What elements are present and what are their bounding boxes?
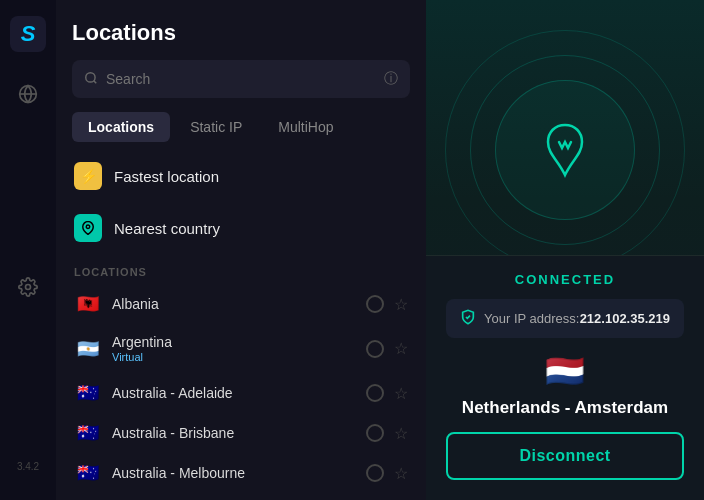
circle-background [445,30,685,270]
flag-albania: 🇦🇱 [74,294,102,314]
au-melbourne-star[interactable]: ☆ [394,464,408,483]
nearest-country-item[interactable]: Nearest country [64,204,418,252]
search-icon [84,71,98,88]
settings-icon[interactable] [10,269,46,305]
ip-label: Your IP address: [484,311,579,326]
country-item-au-brisbane[interactable]: 🇦🇺 Australia - Brisbane ☆ [64,413,418,453]
ip-row: Your IP address: 212.102.35.219 [446,299,684,338]
albania-radio[interactable] [366,295,384,313]
connection-status: CONNECTED [446,272,684,287]
nearest-label: Nearest country [114,220,220,237]
sidebar: S 3.4.2 [0,0,56,500]
country-item-albania[interactable]: 🇦🇱 Albania ☆ [64,284,418,324]
argentina-star[interactable]: ☆ [394,339,408,358]
svg-point-5 [86,225,90,229]
albania-actions: ☆ [366,295,408,314]
fastest-label: Fastest location [114,168,219,185]
au-brisbane-star[interactable]: ☆ [394,424,408,443]
flag-au-melbourne: 🇦🇺 [74,463,102,483]
logo-icon[interactable]: S [10,16,46,52]
country-item-au-adelaide[interactable]: 🇦🇺 Australia - Adelaide ☆ [64,373,418,413]
virtual-tag-argentina: Virtual [112,351,356,363]
tab-static-ip[interactable]: Static IP [174,112,258,142]
svg-line-4 [94,80,97,83]
country-name-albania: Albania [112,296,356,312]
argentina-actions: ☆ [366,339,408,358]
version-label: 3.4.2 [17,461,39,476]
fastest-location-item[interactable]: ⚡ Fastest location [64,152,418,200]
flag-au-adelaide: 🇦🇺 [74,383,102,403]
au-adelaide-star[interactable]: ☆ [394,384,408,403]
logo-center [535,120,595,180]
location-name: Netherlands - Amsterdam [462,398,668,418]
right-panel: CONNECTED Your IP address: 212.102.35.21… [426,0,704,500]
left-panel: Locations ⓘ Locations Static IP MultiHop… [56,0,426,500]
country-name-argentina: Argentina Virtual [112,334,356,363]
section-header: LOCATIONS [64,256,418,284]
flag-au-brisbane: 🇦🇺 [74,423,102,443]
argentina-radio[interactable] [366,340,384,358]
locations-list: ⚡ Fastest location Nearest country LOCAT… [56,142,426,500]
au-adelaide-radio[interactable] [366,384,384,402]
svg-point-2 [26,284,31,289]
svg-point-3 [86,72,95,81]
ip-check-icon [460,309,476,328]
globe-icon[interactable] [10,76,46,112]
albania-star[interactable]: ☆ [394,295,408,314]
tabs-container: Locations Static IP MultiHop [72,112,410,142]
ip-label-wrap: Your IP address: [460,309,579,328]
search-bar: ⓘ [72,60,410,98]
location-display: 🇳🇱 Netherlands - Amsterdam [446,352,684,418]
country-item-argentina[interactable]: 🇦🇷 Argentina Virtual ☆ [64,324,418,373]
page-title: Locations [72,20,410,46]
country-item-au-perth[interactable]: 🇦🇺 Australia - Perth ☆ [64,493,418,500]
country-name-au-melbourne: Australia - Melbourne [112,465,356,481]
country-name-au-adelaide: Australia - Adelaide [112,385,356,401]
tab-locations[interactable]: Locations [72,112,170,142]
nearest-icon [74,214,102,242]
ip-address-value: 212.102.35.219 [580,311,670,326]
au-brisbane-radio[interactable] [366,424,384,442]
panel-header: Locations ⓘ Locations Static IP MultiHop [56,0,426,142]
country-name-au-brisbane: Australia - Brisbane [112,425,356,441]
disconnect-button[interactable]: Disconnect [446,432,684,480]
location-flag: 🇳🇱 [545,352,585,390]
country-item-au-melbourne[interactable]: 🇦🇺 Australia - Melbourne ☆ [64,453,418,493]
au-adelaide-actions: ☆ [366,384,408,403]
info-icon[interactable]: ⓘ [384,70,398,88]
au-brisbane-actions: ☆ [366,424,408,443]
search-input[interactable] [106,71,376,87]
tab-multihop[interactable]: MultiHop [262,112,349,142]
au-melbourne-radio[interactable] [366,464,384,482]
connected-card: CONNECTED Your IP address: 212.102.35.21… [426,255,704,500]
flag-argentina: 🇦🇷 [74,339,102,359]
au-melbourne-actions: ☆ [366,464,408,483]
fastest-icon: ⚡ [74,162,102,190]
